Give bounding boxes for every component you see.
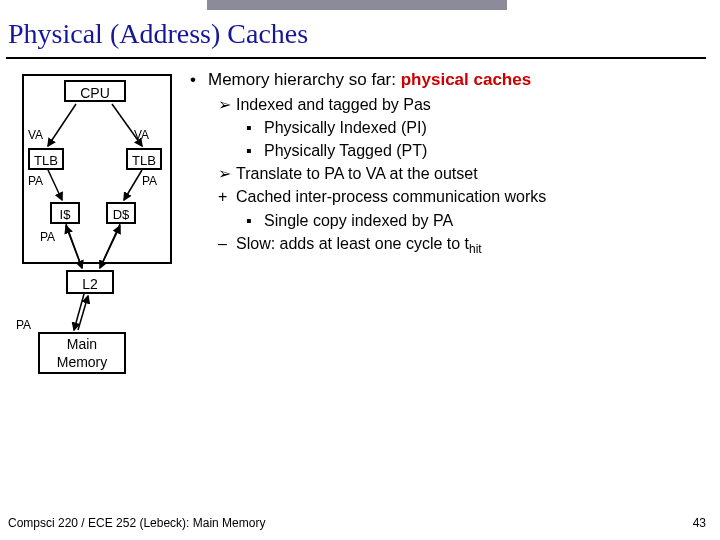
bullet-list: •Memory hierarchy so far: physical cache… — [190, 68, 710, 258]
bullet-main: •Memory hierarchy so far: physical cache… — [190, 68, 710, 93]
svg-line-9 — [78, 296, 88, 330]
bullet-main-text: Memory hierarchy so far: — [208, 70, 401, 89]
bullet-b4: –Slow: adds at least one cycle to thit — [218, 232, 710, 259]
pa-right-label: PA — [142, 174, 157, 188]
bullet-b1b: ▪Physically Tagged (PT) — [246, 139, 710, 162]
bullet-b3a: ▪Single copy indexed by PA — [246, 209, 710, 232]
va-left-label: VA — [28, 128, 43, 142]
pa-left-label: PA — [28, 174, 43, 188]
main-memory-box: Main Memory — [38, 332, 126, 374]
bullet-main-emph: physical caches — [401, 70, 531, 89]
tlb-left-box: TLB — [28, 148, 64, 170]
bullet-b1: ➢Indexed and tagged by Pas — [218, 93, 710, 116]
slide-title: Physical (Address) Caches — [8, 18, 308, 50]
title-underline — [6, 57, 706, 59]
va-right-label: VA — [134, 128, 149, 142]
svg-line-8 — [74, 294, 84, 330]
l2-box: L2 — [66, 270, 114, 294]
mem-line2: Memory — [57, 354, 108, 370]
tlb-right-box: TLB — [126, 148, 162, 170]
pa-mid-label: PA — [40, 230, 55, 244]
dcache-box: D$ — [106, 202, 136, 224]
decorative-topbar — [207, 0, 507, 10]
bullet-b1a: ▪Physically Indexed (PI) — [246, 116, 710, 139]
bullet-b3: +Cached inter-process communication work… — [218, 185, 710, 208]
footer-text: Compsci 220 / ECE 252 (Lebeck): Main Mem… — [8, 516, 265, 530]
cpu-label: CPU — [64, 80, 126, 102]
mem-line1: Main — [67, 336, 97, 352]
pa-bottom-label: PA — [16, 318, 31, 332]
icache-box: I$ — [50, 202, 80, 224]
bullet-b2: ➢Translate to PA to VA at the outset — [218, 162, 710, 185]
page-number: 43 — [693, 516, 706, 530]
